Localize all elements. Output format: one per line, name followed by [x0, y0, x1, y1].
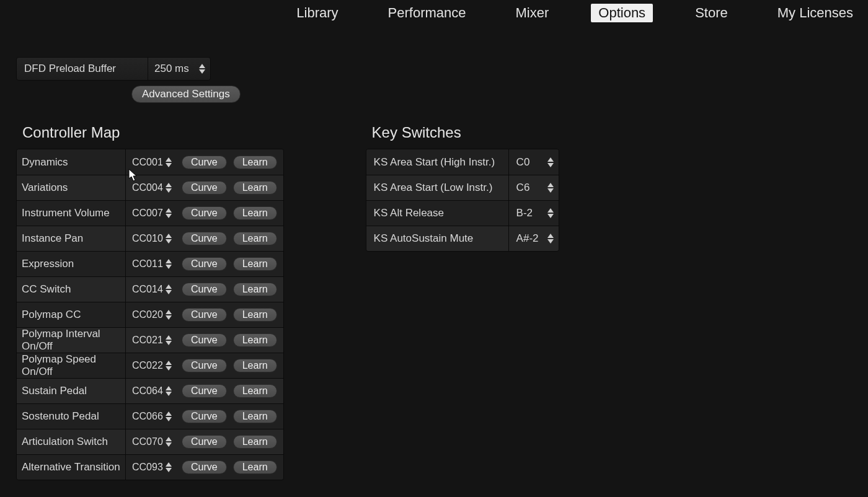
key-switch-note-stepper[interactable]: [547, 183, 554, 193]
controller-map-cc[interactable]: CC066: [126, 404, 175, 429]
learn-button[interactable]: Learn: [233, 232, 277, 245]
chevron-down-icon[interactable]: [166, 392, 172, 396]
dfd-preload-stepper[interactable]: [199, 64, 205, 74]
curve-button[interactable]: Curve: [182, 181, 227, 195]
curve-button[interactable]: Curve: [182, 410, 227, 423]
chevron-up-icon[interactable]: [547, 234, 554, 238]
controller-map-cc-stepper[interactable]: [166, 462, 172, 472]
chevron-down-icon[interactable]: [166, 468, 172, 472]
chevron-down-icon[interactable]: [199, 69, 205, 74]
chevron-down-icon[interactable]: [166, 442, 172, 447]
chevron-down-icon[interactable]: [166, 315, 172, 320]
chevron-down-icon[interactable]: [547, 214, 554, 218]
controller-map-cc[interactable]: CC001: [126, 149, 175, 175]
controller-map-cc-stepper[interactable]: [166, 361, 172, 371]
controller-map-cc-stepper[interactable]: [166, 157, 172, 167]
controller-map-cc[interactable]: CC064: [126, 379, 175, 403]
chevron-up-icon[interactable]: [166, 361, 172, 365]
controller-map-cc-stepper[interactable]: [166, 208, 172, 218]
chevron-up-icon[interactable]: [166, 335, 172, 340]
chevron-up-icon[interactable]: [547, 157, 554, 162]
learn-button[interactable]: Learn: [233, 206, 277, 220]
learn-button[interactable]: Learn: [233, 156, 277, 169]
chevron-down-icon[interactable]: [547, 188, 554, 193]
curve-button[interactable]: Curve: [182, 232, 227, 245]
chevron-down-icon[interactable]: [166, 214, 172, 218]
chevron-down-icon[interactable]: [547, 239, 554, 244]
chevron-down-icon[interactable]: [166, 239, 172, 244]
controller-map-cc[interactable]: CC007: [126, 201, 175, 226]
nav-item-mixer[interactable]: Mixer: [508, 4, 557, 22]
controller-map-cc[interactable]: CC070: [126, 429, 175, 454]
curve-button[interactable]: Curve: [182, 257, 227, 271]
key-switch-note[interactable]: C6: [509, 175, 559, 200]
controller-map-cc[interactable]: CC011: [126, 252, 175, 276]
controller-map-cc[interactable]: CC020: [126, 302, 175, 327]
controller-map-cc-stepper[interactable]: [166, 411, 172, 421]
chevron-down-icon[interactable]: [166, 290, 172, 294]
controller-map-cc[interactable]: CC093: [126, 455, 175, 480]
learn-button[interactable]: Learn: [233, 283, 277, 296]
chevron-down-icon[interactable]: [166, 163, 172, 167]
controller-map-cc-stepper[interactable]: [166, 437, 172, 447]
chevron-up-icon[interactable]: [166, 208, 172, 213]
key-switch-note[interactable]: C0: [509, 149, 559, 175]
nav-item-library[interactable]: Library: [289, 4, 345, 22]
chevron-down-icon[interactable]: [166, 417, 172, 421]
chevron-down-icon[interactable]: [166, 366, 172, 371]
learn-button[interactable]: Learn: [233, 257, 277, 271]
learn-button[interactable]: Learn: [233, 435, 277, 449]
chevron-up-icon[interactable]: [166, 234, 172, 238]
controller-map-cc[interactable]: CC014: [126, 277, 175, 302]
chevron-down-icon[interactable]: [166, 265, 172, 269]
controller-map-cc[interactable]: CC022: [126, 353, 175, 378]
learn-button[interactable]: Learn: [233, 460, 277, 474]
controller-map-cc[interactable]: CC010: [126, 226, 175, 251]
controller-map-cc[interactable]: CC004: [126, 175, 175, 200]
curve-button[interactable]: Curve: [182, 333, 227, 347]
curve-button[interactable]: Curve: [182, 283, 227, 296]
controller-map-cc[interactable]: CC021: [126, 328, 175, 353]
controller-map-cc-stepper[interactable]: [166, 386, 172, 396]
chevron-up-icon[interactable]: [199, 64, 205, 68]
learn-button[interactable]: Learn: [233, 410, 277, 423]
chevron-down-icon[interactable]: [547, 163, 554, 167]
chevron-up-icon[interactable]: [166, 437, 172, 441]
controller-map-cc-stepper[interactable]: [166, 310, 172, 320]
chevron-down-icon[interactable]: [166, 341, 172, 345]
controller-map-cc-stepper[interactable]: [166, 284, 172, 294]
curve-button[interactable]: Curve: [182, 308, 227, 322]
key-switch-note[interactable]: B-2: [509, 201, 559, 226]
key-switch-note-stepper[interactable]: [547, 157, 554, 167]
curve-button[interactable]: Curve: [182, 359, 227, 372]
controller-map-cc-stepper[interactable]: [166, 234, 172, 244]
nav-item-options[interactable]: Options: [591, 4, 653, 22]
chevron-up-icon[interactable]: [166, 386, 172, 390]
controller-map-cc-stepper[interactable]: [166, 335, 172, 345]
curve-button[interactable]: Curve: [182, 206, 227, 220]
controller-map-cc-stepper[interactable]: [166, 259, 172, 269]
chevron-up-icon[interactable]: [547, 183, 554, 187]
chevron-up-icon[interactable]: [166, 284, 172, 289]
chevron-up-icon[interactable]: [166, 183, 172, 187]
key-switch-note[interactable]: A#-2: [509, 226, 559, 251]
dfd-preload-value[interactable]: 250 ms: [148, 63, 210, 75]
learn-button[interactable]: Learn: [233, 333, 277, 347]
key-switch-note-stepper[interactable]: [547, 234, 554, 244]
chevron-up-icon[interactable]: [166, 259, 172, 263]
curve-button[interactable]: Curve: [182, 156, 227, 169]
chevron-up-icon[interactable]: [166, 462, 172, 467]
nav-item-store[interactable]: Store: [688, 4, 735, 22]
chevron-up-icon[interactable]: [547, 208, 554, 213]
learn-button[interactable]: Learn: [233, 308, 277, 322]
learn-button[interactable]: Learn: [233, 359, 277, 372]
key-switch-note-stepper[interactable]: [547, 208, 554, 218]
chevron-up-icon[interactable]: [166, 411, 172, 416]
controller-map-cc-stepper[interactable]: [166, 183, 172, 193]
curve-button[interactable]: Curve: [182, 384, 227, 398]
nav-item-my-licenses[interactable]: My Licenses: [770, 4, 861, 22]
chevron-down-icon[interactable]: [166, 188, 172, 193]
nav-item-performance[interactable]: Performance: [381, 4, 474, 22]
learn-button[interactable]: Learn: [233, 181, 277, 195]
chevron-up-icon[interactable]: [166, 157, 172, 162]
